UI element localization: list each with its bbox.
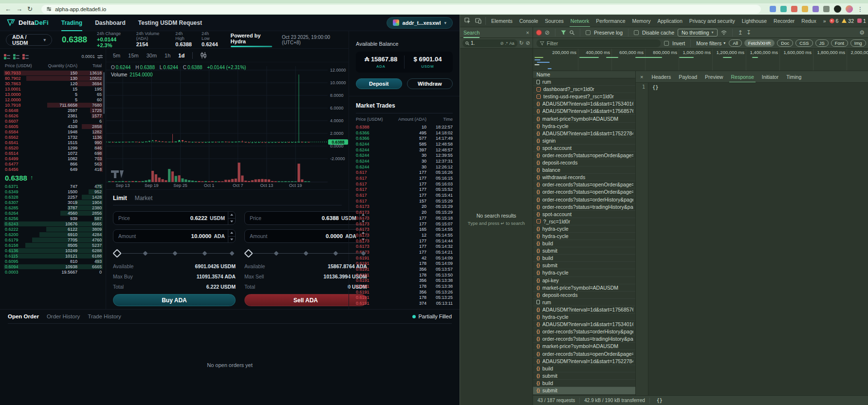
extension-icon[interactable] bbox=[802, 6, 808, 12]
orderbook-ask-row[interactable]: 90.793315013618 bbox=[4, 70, 103, 75]
request-row[interactable]: {}ADAUSDM?interval=1d&start=1756857600..… bbox=[533, 108, 635, 115]
details-tab-timing[interactable]: Timing bbox=[782, 71, 805, 83]
timeframe-1d[interactable]: 1d bbox=[178, 53, 185, 58]
orderbook-bid-row[interactable]: 0.626445602856 bbox=[4, 210, 103, 216]
trade-row[interactable]: 0.61732005:15:29 bbox=[356, 204, 453, 210]
buy-ada-button[interactable]: Buy ADA bbox=[113, 294, 236, 306]
trade-row[interactable]: 0.636657714:17:49 bbox=[356, 135, 453, 141]
trade-row[interactable]: 0.61732005:15:29 bbox=[356, 209, 453, 215]
buy-price-field[interactable]: Price USDM bbox=[113, 211, 236, 225]
tab-limit[interactable]: Limit bbox=[113, 195, 127, 202]
meet-icon[interactable] bbox=[834, 5, 841, 13]
request-row[interactable]: rum bbox=[533, 299, 635, 306]
candlestick-icon[interactable] bbox=[201, 52, 206, 58]
browser-menu-icon[interactable]: ⋮ bbox=[857, 6, 863, 13]
preserve-log-checkbox[interactable] bbox=[586, 30, 591, 35]
request-row[interactable]: {}api-key bbox=[533, 277, 635, 284]
details-tab-preview[interactable]: Preview bbox=[701, 71, 727, 83]
request-row[interactable]: {}signin bbox=[533, 137, 635, 145]
nav-tab-testing-usdm-request[interactable]: Testing USDM Request bbox=[138, 15, 202, 31]
orderbook-bid-row[interactable]: 0.6115101216188 bbox=[4, 253, 103, 258]
brand-logo[interactable]: DeltaDeFi bbox=[7, 19, 49, 26]
wallet-button[interactable]: addr_t...xesxwl ▾ bbox=[387, 17, 453, 29]
timeframe-15m[interactable]: 15m bbox=[128, 53, 138, 58]
issues-count[interactable]: 1 bbox=[857, 18, 866, 24]
request-row[interactable]: {}order-records?status=tradingHistory&pa… bbox=[533, 203, 635, 211]
timeframe-30m[interactable]: 30m bbox=[147, 53, 157, 58]
request-row[interactable]: {}build bbox=[533, 380, 635, 387]
orderbook-bid-row[interactable]: 0.6094109386665 bbox=[4, 264, 103, 269]
buy-amount-field[interactable]: Amount ADA bbox=[113, 229, 236, 243]
inspect-element-icon[interactable] bbox=[462, 16, 473, 26]
filter-chip-doc[interactable]: Doc bbox=[777, 39, 793, 47]
trade-row[interactable]: 0.62443012:37:31 bbox=[356, 158, 453, 164]
request-row[interactable]: {}hydra-cycle bbox=[533, 123, 635, 130]
tab-order-history[interactable]: Order History bbox=[47, 313, 80, 319]
back-icon[interactable]: ← bbox=[5, 6, 11, 12]
trade-row[interactable]: 0.62443012:39:55 bbox=[356, 152, 453, 158]
request-row[interactable]: {}submit bbox=[533, 387, 635, 394]
trade-row[interactable]: 0.61717705:16:26 bbox=[356, 170, 453, 176]
request-row[interactable]: {}market-price?symbol=ADAUSDM bbox=[533, 284, 635, 292]
format-braces-icon[interactable]: {} bbox=[657, 398, 663, 403]
export-har-icon[interactable]: ↧ bbox=[746, 29, 751, 36]
orderbook-bid-row[interactable]: 0.63491500952 bbox=[4, 189, 103, 194]
trade-row[interactable]: 0.636649514:18:02 bbox=[356, 130, 453, 136]
orderbook-view-asks-icon[interactable] bbox=[22, 54, 29, 59]
filter-chip-fetchxhr[interactable]: Fetch/XHR bbox=[744, 39, 775, 47]
request-row[interactable]: {}build bbox=[533, 240, 635, 247]
orderbook-view-bids-icon[interactable] bbox=[13, 54, 20, 59]
details-tab-payload[interactable]: Payload bbox=[675, 71, 701, 83]
name-column-header[interactable]: Name bbox=[533, 71, 635, 78]
orderbook-ask-row[interactable]: 0.65141072698 bbox=[4, 150, 103, 156]
devtools-tab-elements[interactable]: Elements bbox=[488, 15, 516, 27]
trade-row[interactable]: 0.617316505:14:55 bbox=[356, 226, 453, 232]
refresh-search-icon[interactable]: ↻ bbox=[519, 40, 524, 46]
extension-icon[interactable] bbox=[813, 6, 819, 12]
orderbook-scrollbar[interactable] bbox=[103, 72, 105, 114]
price-chart-area[interactable]: 12.000010.00008.00006.00004.00002.00000.… bbox=[106, 62, 349, 189]
orderbook-bid-row[interactable]: 0.628537872380 bbox=[4, 205, 103, 210]
devtools-tab-performance[interactable]: Performance bbox=[592, 15, 628, 27]
orderbook-ask-row[interactable]: 0.656217321136 bbox=[4, 134, 103, 140]
request-row[interactable]: {}ADAUSDM?interval=1d&start=1756857600..… bbox=[533, 306, 635, 313]
error-count[interactable]: ×6 bbox=[830, 18, 839, 24]
request-row[interactable]: {}submit bbox=[533, 372, 635, 380]
orderbook-ask-row[interactable]: 0.660543282858 bbox=[4, 124, 103, 129]
request-row[interactable]: {}build bbox=[533, 365, 635, 372]
request-row[interactable]: rum bbox=[533, 78, 635, 86]
trade-row[interactable]: 0.61717705:15:52 bbox=[356, 187, 453, 193]
device-toolbar-icon[interactable] bbox=[473, 16, 483, 26]
trade-row[interactable]: 0.61717705:16:15 bbox=[356, 175, 453, 181]
more-filters-button[interactable]: More filters ▾ bbox=[696, 40, 725, 46]
orderbook-bid-row[interactable]: 0.6371747475 bbox=[4, 184, 103, 189]
clear-search-icon[interactable]: ⊘ bbox=[500, 41, 503, 46]
orderbook-ask-row[interactable]: 12.0000560 bbox=[4, 97, 103, 102]
request-row[interactable]: {}ADAUSDM?interval=1d&start=1753401600&.… bbox=[533, 100, 635, 108]
search-tab[interactable]: Search bbox=[463, 27, 480, 38]
tab-open-order[interactable]: Open Order bbox=[8, 313, 39, 319]
precision-selector[interactable]: 0.0001 bbox=[81, 54, 103, 59]
request-row[interactable]: {}spot-account bbox=[533, 145, 635, 152]
devtools-tab-redux[interactable]: Redux bbox=[798, 15, 819, 27]
network-conditions-icon[interactable] bbox=[721, 30, 727, 35]
trade-row[interactable]: 0.624458512:48:58 bbox=[356, 141, 453, 147]
request-row[interactable]: {}withdrawal-records bbox=[533, 174, 635, 181]
buy-price-stepper[interactable] bbox=[228, 212, 235, 224]
orderbook-ask-row[interactable]: 0.658419481282 bbox=[4, 129, 103, 134]
trade-row[interactable]: 0.61914205:14:09 bbox=[356, 255, 453, 261]
orderbook-ask-row[interactable]: 0.664825971725 bbox=[4, 108, 103, 113]
request-row[interactable]: {}order-records?status=openOrder&page=1&… bbox=[533, 188, 635, 196]
forward-icon[interactable]: → bbox=[16, 6, 22, 12]
request-row[interactable]: {}ADAUSDM?interval=1d&start=1753401600&.… bbox=[533, 321, 635, 328]
filter-input[interactable] bbox=[547, 40, 657, 46]
trade-row[interactable]: 0.619117805:13:50 bbox=[356, 272, 453, 278]
extensions-puzzle-icon[interactable] bbox=[823, 6, 830, 12]
orderbook-ask-row[interactable]: 0.662623811577 bbox=[4, 113, 103, 118]
timeframe-5m[interactable]: 5m bbox=[113, 53, 120, 58]
buy-amount-stepper[interactable] bbox=[228, 230, 235, 242]
orderbook-bid-row[interactable]: 0.630730191904 bbox=[4, 200, 103, 205]
close-search-icon[interactable]: × bbox=[526, 30, 529, 36]
filter-chip-img[interactable]: Img bbox=[850, 39, 866, 47]
request-row[interactable]: {}order-records?status=orderHistory&page… bbox=[533, 328, 635, 335]
